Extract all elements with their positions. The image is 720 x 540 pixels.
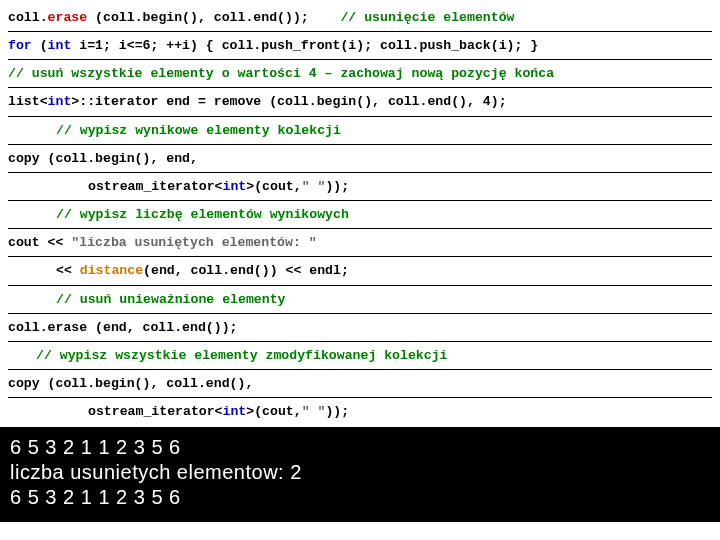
code-text: >(cout, — [246, 404, 301, 419]
code-text: list< — [8, 94, 48, 109]
code-text: ostream_iterator< — [88, 179, 223, 194]
code-keyword: erase — [48, 10, 88, 25]
code-text: ( — [32, 38, 48, 53]
code-text: (end, coll.end()) << endl; — [143, 263, 349, 278]
code-comment: // wypisz wynikowe elementy kolekcji — [56, 123, 341, 138]
code-comment: // usuń unieważnione elementy — [56, 292, 286, 307]
code-line: list<int>::iterator end = remove (coll.b… — [8, 88, 712, 116]
code-string: " " — [302, 179, 326, 194]
code-block: coll.erase (coll.begin(), coll.end()); /… — [0, 0, 720, 425]
code-line: copy (coll.begin(), end, — [8, 145, 712, 173]
code-line: copy (coll.begin(), coll.end(), — [8, 370, 712, 398]
code-func: distance — [80, 263, 143, 278]
code-keyword: int — [48, 38, 72, 53]
code-line: << distance(end, coll.end()) << endl; — [8, 257, 712, 285]
code-line: ostream_iterator<int>(cout," ")); — [8, 398, 712, 425]
code-string: " " — [302, 404, 326, 419]
code-line: ostream_iterator<int>(cout," ")); — [8, 173, 712, 201]
code-comment: // usunięcie elementów — [340, 10, 514, 25]
code-text: coll.erase (end, coll.end()); — [8, 320, 238, 335]
code-comment: // wypisz liczbę elementów wynikowych — [56, 207, 349, 222]
code-keyword: for — [8, 38, 32, 53]
code-keyword: int — [48, 94, 72, 109]
code-text: >(cout, — [246, 179, 301, 194]
code-comment: // usuń wszystkie elementy o wartości 4 … — [8, 66, 554, 81]
code-text: )); — [325, 179, 349, 194]
code-line: coll.erase (coll.begin(), coll.end()); /… — [8, 4, 712, 32]
output-line: 6 5 3 2 1 1 2 3 5 6 — [10, 435, 710, 460]
code-string: "liczba usuniętych elementów: " — [71, 235, 316, 250]
code-line: // wypisz wszystkie elementy zmodyfikowa… — [8, 342, 712, 370]
console-output: 6 5 3 2 1 1 2 3 5 6 liczba usunietych el… — [0, 427, 720, 522]
code-line: // usuń wszystkie elementy o wartości 4 … — [8, 60, 712, 88]
code-text: copy (coll.begin(), end, — [8, 151, 198, 166]
code-keyword: int — [223, 179, 247, 194]
code-line: // wypisz liczbę elementów wynikowych — [8, 201, 712, 229]
code-line: for (int i=1; i<=6; ++i) { coll.push_fro… — [8, 32, 712, 60]
code-text: << — [56, 263, 80, 278]
code-text: coll. — [8, 10, 48, 25]
code-text: copy (coll.begin(), coll.end(), — [8, 376, 253, 391]
code-comment: // wypisz wszystkie elementy zmodyfikowa… — [36, 348, 448, 363]
code-text: >::iterator end = remove (coll.begin(), … — [71, 94, 506, 109]
code-text: (coll.begin(), coll.end()); — [87, 10, 340, 25]
code-line: // usuń unieważnione elementy — [8, 286, 712, 314]
output-line: liczba usunietych elementow: 2 — [10, 460, 710, 485]
code-text: i=1; i<=6; ++i) { coll.push_front(i); co… — [71, 38, 538, 53]
code-text: )); — [325, 404, 349, 419]
output-line: 6 5 3 2 1 1 2 3 5 6 — [10, 485, 710, 510]
code-text: cout << — [8, 235, 71, 250]
code-line: cout << "liczba usuniętych elementów: " — [8, 229, 712, 257]
code-text: ostream_iterator< — [88, 404, 223, 419]
code-line: coll.erase (end, coll.end()); — [8, 314, 712, 342]
code-keyword: int — [223, 404, 247, 419]
code-line: // wypisz wynikowe elementy kolekcji — [8, 117, 712, 145]
